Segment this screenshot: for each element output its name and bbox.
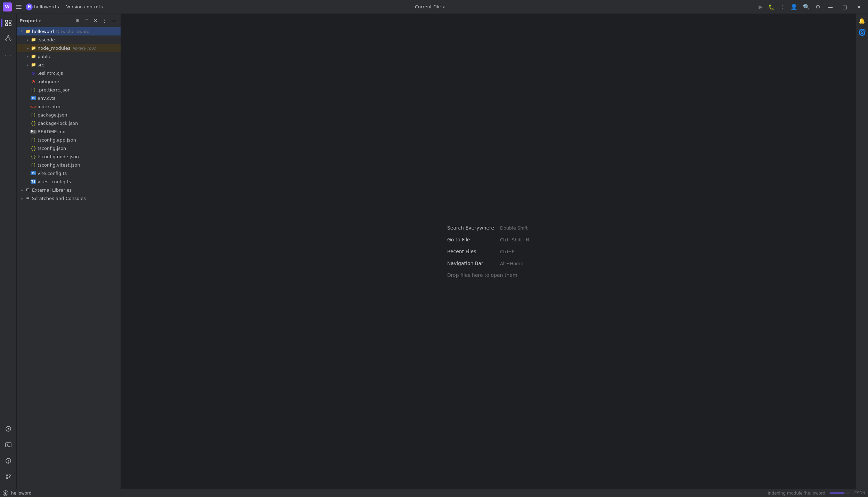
hint-label-recent: Recent Files — [447, 249, 496, 254]
hint-recent-files: Recent Files Ctrl+E — [447, 249, 529, 254]
current-file-dropdown[interactable]: Current File — [412, 3, 448, 11]
close-button[interactable]: ✕ — [853, 2, 865, 12]
project-name-dropdown[interactable]: H helloword — [26, 3, 59, 10]
tree-item-package-json[interactable]: {} package.json — [17, 111, 121, 119]
search-button[interactable]: 🔍 — [801, 1, 812, 12]
hint-label-nav: Navigation Bar — [447, 260, 496, 266]
tree-label-vite-config: vite.config.ts — [38, 171, 67, 176]
activity-git-icon[interactable] — [1, 470, 15, 484]
tree-item-public[interactable]: ▸ 📁 public — [17, 52, 121, 61]
user-button[interactable]: 👤 — [788, 1, 800, 12]
svg-line-7 — [6, 37, 8, 39]
file-tree: ▸ 📁 hellowordD:\ws\helloword ▸ 📁 .vscode… — [17, 27, 121, 489]
tree-item-root[interactable]: ▸ 📁 hellowordD:\ws\helloword — [17, 27, 121, 35]
hint-shortcut-recent: Ctrl+E — [500, 249, 515, 254]
json-icon-tsconfig-vitest: {} — [31, 162, 36, 168]
maximize-button[interactable]: □ — [838, 2, 851, 12]
md-icon: M↓ — [31, 129, 36, 134]
tree-item-gitignore[interactable]: ⊘ .gitignore — [17, 77, 121, 86]
folder-icon-public: 📁 — [31, 54, 36, 59]
hamburger-menu-button[interactable] — [15, 3, 23, 10]
library-icon: ⊞ — [25, 187, 31, 193]
activity-problems-icon[interactable] — [1, 454, 15, 468]
tree-item-index-html[interactable]: <> index.html — [17, 102, 121, 111]
version-control-dropdown[interactable]: Version control — [66, 4, 103, 9]
settings-button[interactable]: ⚙ — [813, 1, 822, 12]
more-options-button[interactable]: ⋮ — [100, 16, 109, 25]
svg-rect-1 — [6, 24, 8, 26]
activity-bar: ··· — [0, 14, 17, 489]
more-actions-button[interactable]: ⋮ — [778, 2, 787, 12]
tree-arrow-external-libraries: ▸ — [19, 187, 25, 193]
status-project-name: helloword — [11, 491, 32, 496]
tree-item-eslintrc[interactable]: ⊛ .eslintrc.cjs — [17, 69, 121, 77]
indexing-text: Indexing module 'helloword' — [768, 491, 826, 496]
tree-item-tsconfig-vitest[interactable]: {} tsconfig.vitest.json — [17, 161, 121, 169]
tree-label-tsconfig: tsconfig.json — [38, 146, 66, 151]
tree-item-src[interactable]: ▸ 📁 src — [17, 61, 121, 69]
tree-label-tsconfig-app: tsconfig.app.json — [38, 137, 76, 143]
folder-icon-root: 📁 — [25, 29, 31, 34]
tree-label-src: src — [38, 62, 44, 67]
tree-arrow-vscode: ▸ — [25, 37, 31, 42]
tree-item-package-lock[interactable]: {} package-lock.json — [17, 119, 121, 127]
tree-label-root: hellowordD:\ws\helloword — [32, 29, 89, 34]
svg-point-18 — [9, 475, 10, 476]
collapse-all-button[interactable]: ✕ — [91, 16, 100, 25]
svg-point-21 — [5, 492, 6, 494]
svg-point-6 — [10, 39, 11, 40]
current-file-chevron-icon — [443, 4, 445, 9]
activity-run-icon[interactable] — [1, 422, 15, 436]
svg-marker-10 — [8, 428, 10, 430]
ai-assistant-button[interactable]: 🌀 — [857, 27, 867, 37]
status-right: Indexing module 'helloword' CSDN — [768, 491, 865, 496]
tree-item-tsconfig-node[interactable]: {} tsconfig.node.json — [17, 152, 121, 161]
expand-all-button[interactable]: ⌃ — [82, 16, 91, 25]
tree-item-vite-config[interactable]: TS vite.config.ts — [17, 169, 121, 177]
tree-item-prettierrc[interactable]: {} .prettierrc.json — [17, 86, 121, 94]
main-layout: ··· — [0, 14, 868, 489]
locate-button[interactable]: ⊕ — [73, 16, 82, 25]
minimize-button[interactable]: — — [824, 2, 837, 12]
hide-sidebar-button[interactable]: — — [109, 16, 118, 25]
hint-navigation-bar: Navigation Bar Alt+Home — [447, 260, 529, 266]
svg-point-15 — [8, 462, 9, 463]
tree-label-scratches: Scratches and Consoles — [32, 196, 86, 201]
tree-item-scratches[interactable]: ▸ ≡ Scratches and Consoles — [17, 194, 121, 202]
svg-rect-3 — [9, 24, 11, 26]
tree-item-env-dts[interactable]: TS env.d.ts — [17, 94, 121, 102]
activity-more-icon[interactable]: ··· — [1, 49, 15, 63]
notifications-button[interactable]: 🔔 — [857, 16, 867, 26]
tree-item-node-modules[interactable]: ▸ 📁 node_moduleslibrary root — [17, 44, 121, 52]
git-icon: ⊘ — [31, 79, 36, 84]
json-icon-prettierrc: {} — [31, 87, 36, 93]
right-panel: 🔔 🌀 — [855, 14, 868, 489]
ts-icon-vite: TS — [31, 170, 36, 176]
hint-search-everywhere: Search Everywhere Double Shift — [447, 225, 529, 231]
tree-label-tsconfig-node: tsconfig.node.json — [38, 154, 79, 159]
tree-item-tsconfig-app[interactable]: {} tsconfig.app.json — [17, 136, 121, 144]
tree-item-vitest-config[interactable]: TS vitest.config.ts — [17, 177, 121, 186]
csdn-badge: CSDN — [854, 491, 865, 495]
activity-structure-icon[interactable] — [1, 31, 15, 45]
folder-icon-src: 📁 — [31, 62, 36, 67]
titlebar-center: Current File — [103, 3, 756, 11]
json-icon-package: {} — [31, 112, 36, 118]
tree-label-eslintrc: .eslintrc.cjs — [38, 71, 63, 76]
tree-item-tsconfig[interactable]: {} tsconfig.json — [17, 144, 121, 152]
svg-point-5 — [6, 39, 7, 40]
tree-item-readme[interactable]: M↓ README.md — [17, 127, 121, 136]
hint-shortcut-search: Double Shift — [500, 225, 528, 231]
json-icon-tsconfig-app: {} — [31, 137, 36, 143]
tree-item-external-libraries[interactable]: ▸ ⊞ External Libraries — [17, 186, 121, 194]
folder-icon-node-modules: 📁 — [31, 45, 36, 51]
app-logo: W — [3, 2, 12, 11]
hint-label-goto: Go to File — [447, 237, 496, 242]
run-button[interactable]: ▶ — [756, 2, 765, 12]
debug-button[interactable]: 🐛 — [766, 2, 776, 12]
tree-label-external-libraries: External Libraries — [32, 187, 72, 193]
activity-terminal-icon[interactable] — [1, 438, 15, 452]
sidebar-actions: ⊕ ⌃ ✕ ⋮ — — [73, 16, 118, 25]
tree-item-vscode[interactable]: ▸ 📁 .vscode — [17, 35, 121, 44]
activity-project-icon[interactable] — [1, 16, 15, 30]
